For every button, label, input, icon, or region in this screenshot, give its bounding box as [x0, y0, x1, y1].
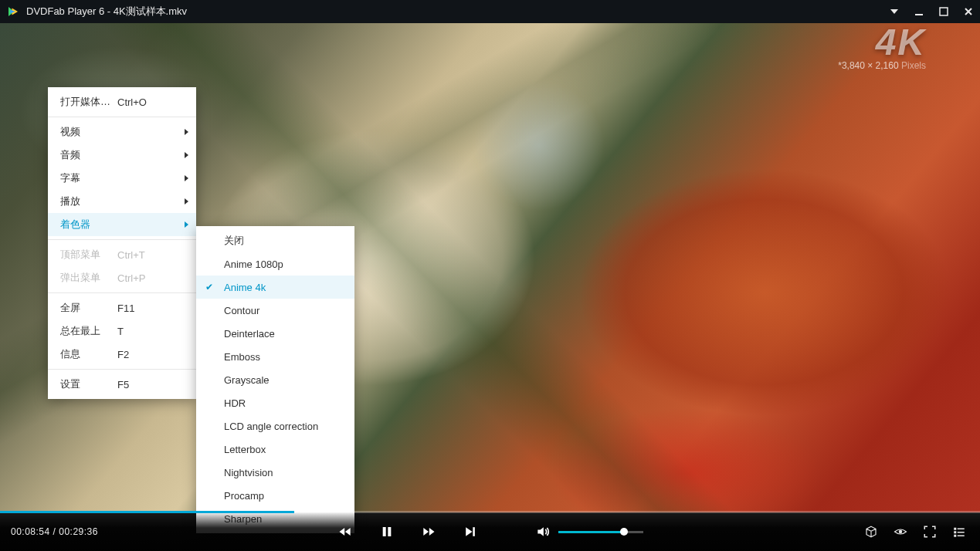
shader-item-letterbox[interactable]: Letterbox: [196, 438, 354, 461]
titlebar: DVDFab Player 6 - 4K测试样本.mkv: [0, 0, 980, 23]
dropdown-icon[interactable]: [889, 6, 900, 17]
shader-item-hdr[interactable]: HDR: [196, 391, 354, 414]
menu-info[interactable]: 信息 F2: [48, 343, 196, 366]
shader-item-anime1080p[interactable]: Anime 1080p: [196, 252, 354, 276]
menu-fullscreen[interactable]: 全屏 F11: [48, 296, 196, 319]
svg-rect-7: [958, 529, 965, 530]
menu-top-menu: 顶部菜单 Ctrl+T: [48, 243, 196, 266]
menu-audio[interactable]: 音频: [48, 144, 196, 167]
svg-rect-2: [382, 527, 385, 536]
volume-thumb[interactable]: [620, 528, 628, 536]
minimize-button[interactable]: [914, 6, 924, 17]
volume-fill: [558, 531, 625, 533]
chevron-right-icon: [185, 152, 188, 158]
menu-separator: [48, 239, 196, 240]
chevron-right-icon: [185, 129, 188, 135]
svg-rect-10: [954, 535, 956, 537]
shader-item-procamp[interactable]: Procamp: [196, 484, 354, 507]
menu-playback[interactable]: 播放: [48, 190, 196, 213]
shader-item-contour[interactable]: Contour: [196, 299, 354, 322]
eye-icon[interactable]: [894, 525, 907, 539]
maximize-button[interactable]: [938, 6, 949, 17]
menu-settings[interactable]: 设置 F5: [48, 373, 196, 396]
progress-fill: [0, 511, 294, 513]
menu-video[interactable]: 视频: [48, 120, 196, 144]
shader-item-close[interactable]: 关闭: [196, 229, 354, 252]
app-logo-icon: [6, 5, 20, 19]
menu-popup-menu: 弹出菜单 Ctrl+P: [48, 266, 196, 289]
transport-controls: [337, 524, 643, 539]
menu-separator: [48, 292, 196, 293]
menu-separator: [48, 369, 196, 370]
time-display: 00:08:54 / 00:29:36: [0, 526, 109, 537]
playlist-icon[interactable]: [952, 525, 966, 539]
menu-shader[interactable]: 着色器: [48, 213, 196, 236]
volume-slider[interactable]: [558, 531, 643, 533]
svg-rect-3: [388, 527, 391, 536]
badge-resolution: *3,840 × 2,160 Pixels: [838, 60, 926, 71]
resolution-badge: 4K *3,840 × 2,160 Pixels: [838, 25, 926, 71]
menu-always-on-top[interactable]: 总在最上 T: [48, 319, 196, 343]
shader-submenu: 关闭 Anime 1080p ✔ Anime 4k Contour Deinte…: [196, 226, 354, 533]
check-icon: ✔: [205, 282, 213, 292]
cube-3d-icon[interactable]: [864, 525, 878, 539]
shader-item-deinterlace[interactable]: Deinterlace: [196, 322, 354, 345]
shader-item-grayscale[interactable]: Grayscale: [196, 368, 354, 391]
progress-bar[interactable]: [0, 511, 980, 513]
context-menu: 打开媒体… Ctrl+O 视频 音频 字幕 播放 着色器 顶部菜单 Ctrl+T…: [48, 87, 196, 399]
svg-rect-4: [473, 527, 475, 536]
next-button[interactable]: [463, 524, 478, 539]
right-controls: [864, 525, 980, 539]
svg-rect-0: [915, 14, 923, 15]
fullscreen-icon[interactable]: [923, 525, 937, 539]
svg-point-5: [899, 530, 903, 534]
forward-button[interactable]: [421, 524, 436, 539]
shader-item-nightvision[interactable]: Nightvision: [196, 461, 354, 484]
volume-control: [535, 524, 643, 539]
svg-rect-11: [958, 536, 965, 537]
menu-separator: [48, 117, 196, 117]
pause-button[interactable]: [379, 524, 395, 539]
svg-rect-8: [954, 531, 956, 533]
shader-item-anime4k[interactable]: ✔ Anime 4k: [196, 276, 354, 299]
menu-subtitle[interactable]: 字幕: [48, 167, 196, 190]
volume-icon[interactable]: [535, 524, 551, 539]
svg-rect-9: [958, 532, 965, 533]
chevron-right-icon: [185, 175, 188, 181]
badge-4k-label: 4K: [838, 25, 926, 59]
window-title: DVDFab Player 6 - 4K测试样本.mkv: [26, 5, 889, 19]
chevron-right-icon: [185, 198, 188, 205]
menu-open-media[interactable]: 打开媒体… Ctrl+O: [48, 90, 196, 113]
chevron-right-icon: [185, 221, 188, 228]
control-bar: 00:08:54 / 00:29:36: [0, 512, 980, 551]
close-button[interactable]: [963, 6, 974, 17]
svg-rect-1: [940, 8, 948, 15]
shader-item-lcd[interactable]: LCD angle correction: [196, 414, 354, 438]
svg-rect-6: [954, 528, 956, 530]
rewind-button[interactable]: [337, 524, 353, 539]
shader-item-emboss[interactable]: Emboss: [196, 345, 354, 368]
